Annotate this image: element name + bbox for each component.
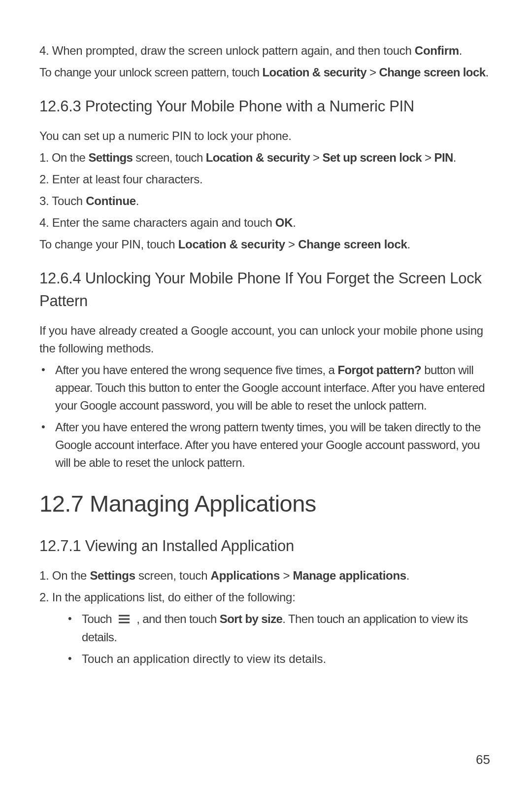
bullet-marker: • [68,610,82,647]
s1263-step4: 4. Enter the same characters again and t… [39,214,493,232]
manage-applications-label: Manage applications [293,569,406,582]
text: . [406,569,409,582]
s1264-intro: If you have already created a Google acc… [39,322,493,357]
text: 1. On the [39,151,88,164]
bullet-marker: • [41,361,55,415]
s1271-step1: 1. On the Settings screen, touch Applica… [39,567,493,585]
forgot-pattern-label: Forgot pattern? [337,363,421,377]
intro-step4: 4. When prompted, draw the screen unlock… [39,42,493,60]
ok-label: OK [275,216,293,229]
text: . [485,66,488,79]
text: . [459,44,462,57]
text: To change your unlock screen pattern, to… [39,66,263,79]
text: After you have entered the wrong sequenc… [55,363,337,377]
continue-label: Continue [86,194,136,208]
pin-label: PIN [434,151,453,164]
location-security-label: Location & security [206,151,310,164]
s1264-bullet1: • After you have entered the wrong seque… [39,361,493,415]
heading-1264: 12.6.4 Unlocking Your Mobile Phone If Yo… [39,267,493,313]
text: . [407,238,410,251]
bullet-text: Touch , and then touch Sort by size. The… [82,610,493,647]
bullet-text: After you have entered the wrong sequenc… [55,361,493,415]
text: > [280,569,293,582]
confirm-label: Confirm [415,44,459,57]
s1263-change: To change your PIN, touch Location & sec… [39,236,493,253]
location-security-label: Location & security [178,238,285,251]
bullet-text: After you have entered the wrong pattern… [55,418,493,472]
menu-icon [118,611,131,628]
text: . [453,151,456,164]
intro-change: To change your unlock screen pattern, to… [39,64,493,81]
text: To change your PIN, touch [39,238,178,251]
heading-1271: 12.7.1 Viewing an Installed Application [39,535,493,558]
s1271-step2: 2. In the applications list, do either o… [39,589,493,606]
text: > [285,238,298,251]
text: > [422,151,434,164]
text: > [366,66,379,79]
s1264-bullet2: • After you have entered the wrong patte… [39,418,493,472]
setup-screen-lock-label: Set up screen lock [323,151,422,164]
text: . [136,194,139,208]
s1263-step3: 3. Touch Continue. [39,192,493,210]
text: . [293,216,296,229]
change-screen-lock-label: Change screen lock [379,66,485,79]
page-number: 65 [476,752,490,767]
s1263-step2: 2. Enter at least four characters. [39,171,493,188]
applications-label: Applications [211,569,280,582]
heading-1263: 12.6.3 Protecting Your Mobile Phone with… [39,95,493,118]
text: screen, touch [135,569,211,582]
text: 4. Enter the same characters again and t… [39,216,275,229]
bullet-marker: • [68,650,82,668]
heading-127: 12.7 Managing Applications [39,486,493,521]
location-security-label: Location & security [263,66,366,79]
text: 3. Touch [39,194,86,208]
text: Touch [82,612,115,625]
text: 4. When prompted, draw the screen unlock… [39,44,415,57]
bullet-text: Touch an application directly to view it… [82,650,493,668]
settings-label: Settings [90,569,135,582]
s1263-step1: 1. On the Settings screen, touch Locatio… [39,149,493,167]
s1271-sub1: • Touch , and then touch Sort by size. T… [66,610,493,647]
text: , and then touch [133,612,220,625]
s1263-intro: You can set up a numeric PIN to lock you… [39,127,493,145]
bullet-marker: • [41,418,55,472]
nested-bullets: • Touch , and then touch Sort by size. T… [39,610,493,668]
document-content: 4. When prompted, draw the screen unlock… [39,42,493,668]
text: screen, touch [133,151,205,164]
sort-by-size-label: Sort by size [220,612,283,625]
s1271-sub2: • Touch an application directly to view … [66,650,493,668]
text: > [310,151,323,164]
text: 1. On the [39,569,90,582]
change-screen-lock-label: Change screen lock [298,238,407,251]
settings-label: Settings [88,151,133,164]
